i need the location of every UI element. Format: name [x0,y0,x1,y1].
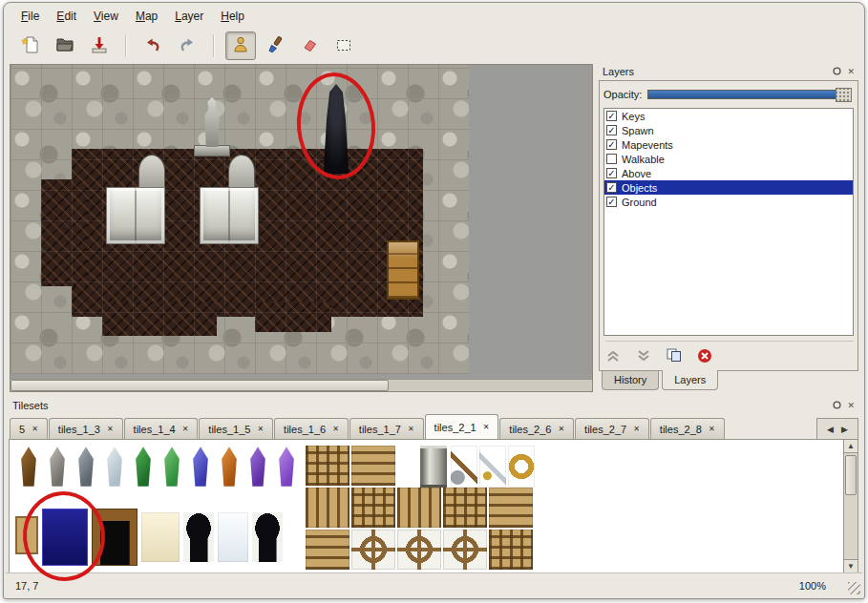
layer-visibility-checkbox[interactable]: ✓ [606,139,617,150]
tile-crystal-brown[interactable] [15,446,42,488]
tile-rope[interactable] [508,446,535,488]
close-tab-icon[interactable]: ✕ [709,425,715,433]
tile-track-cross[interactable] [443,488,487,528]
tileset-tab-tiles_1_7[interactable]: tiles_1_7✕ [349,418,424,439]
scroll-up-button[interactable]: ▲ [844,440,857,453]
tileset-canvas[interactable] [10,440,843,572]
new-map-button[interactable] [15,31,46,60]
detach-panel-icon[interactable] [833,401,841,411]
tab-history[interactable]: History [602,371,659,390]
move-layer-up-button[interactable] [605,349,621,363]
select-tool-button[interactable] [328,31,359,60]
close-tab-icon[interactable]: ✕ [633,425,640,433]
tile-shovel[interactable] [451,446,477,488]
tile-crystal-green[interactable] [130,446,157,488]
menu-map[interactable]: Map [128,7,165,26]
tile-crystal-gray[interactable] [44,446,71,488]
map-canvas[interactable] [10,64,593,392]
tile-track-h[interactable] [489,488,533,528]
tile-pillar[interactable] [420,446,447,488]
tile-wheel[interactable] [397,530,441,570]
close-tab-icon[interactable]: ✕ [32,425,38,433]
close-panel-icon[interactable]: ✕ [847,402,855,410]
tileset-tab-tiles_2_1[interactable]: tiles_2_1✕ [425,414,499,439]
duplicate-layer-button[interactable] [667,348,682,363]
map-viewport[interactable] [11,65,469,374]
scroll-tabs-right-button[interactable]: ▶ [841,425,848,434]
close-tab-icon[interactable]: ✕ [332,425,339,433]
layer-visibility-checkbox[interactable]: ✓ [606,168,617,178]
layer-visibility-checkbox[interactable]: ✓ [606,111,617,121]
tileset-tab-tiles_1_5[interactable]: tiles_1_5✕ [199,418,273,439]
tile-wheel[interactable] [443,530,487,570]
tileset-tab-5[interactable]: 5✕ [10,418,48,439]
layer-row-spawn[interactable]: ✓Spawn [604,123,853,137]
tile-snow[interactable] [218,512,248,562]
save-map-button[interactable] [84,31,115,60]
close-tab-icon[interactable]: ✕ [182,425,189,433]
tile-track-v[interactable] [306,488,349,528]
delete-layer-button[interactable] [697,348,712,364]
tile-track-h[interactable] [306,530,349,570]
menu-edit[interactable]: Edit [49,7,84,26]
close-tab-icon[interactable]: ✕ [107,425,114,433]
menu-file[interactable]: File [13,7,47,26]
move-layer-down-button[interactable] [636,349,651,363]
tile-arch-dark[interactable] [183,512,214,562]
layer-row-walkable[interactable]: Walkable [604,152,853,166]
menu-view[interactable]: View [86,7,126,26]
tileset-tab-tiles_1_6[interactable]: tiles_1_6✕ [274,418,349,439]
scrollbar-thumb[interactable] [845,455,857,495]
eraser-tool-button[interactable] [294,31,325,60]
tile-sword[interactable] [479,446,506,488]
tile-crystal-violet[interactable] [273,446,300,488]
tile-track-v[interactable] [397,488,441,528]
tileset-tab-tiles_2_8[interactable]: tiles_2_8✕ [650,418,725,439]
tile-crystal-orange[interactable] [216,446,243,488]
tileset-vertical-scrollbar[interactable]: ▲ ▼ [843,440,857,572]
scrollbar-thumb[interactable] [11,380,389,391]
tab-layers[interactable]: Layers [662,370,718,390]
undo-button[interactable] [138,31,168,60]
layer-row-keys[interactable]: ✓Keys [604,109,853,123]
menu-help[interactable]: Help [213,7,252,26]
scroll-down-button[interactable]: ▼ [844,559,857,572]
open-map-button[interactable] [50,31,80,60]
tile-track-cross[interactable] [306,446,349,486]
map-horizontal-scrollbar[interactable] [11,379,592,391]
detach-panel-icon[interactable] [833,67,841,77]
brush-tool-button[interactable] [260,31,290,60]
layer-visibility-checkbox[interactable]: ✓ [606,125,617,135]
resize-grip[interactable] [848,582,860,594]
entity-tool-button[interactable] [225,31,256,60]
scroll-tabs-left-button[interactable]: ◀ [827,425,834,434]
layer-visibility-checkbox[interactable]: ✓ [606,182,617,193]
tile-crystal-jade[interactable] [159,446,185,488]
tileset-tab-tiles_2_6[interactable]: tiles_2_6✕ [499,418,574,439]
layer-row-objects[interactable]: ✓Objects [604,180,853,195]
tileset-tab-tiles_1_3[interactable]: tiles_1_3✕ [49,418,123,439]
tile-track-cross[interactable] [351,488,395,528]
close-tab-icon[interactable]: ✕ [483,423,490,431]
redo-button[interactable] [172,31,202,60]
tileset-tab-tiles_2_7[interactable]: tiles_2_7✕ [575,418,649,439]
tile-crystal-ice[interactable] [101,446,128,488]
layer-visibility-checkbox[interactable] [606,154,617,164]
close-tab-icon[interactable]: ✕ [558,425,564,433]
tile-track-h[interactable] [351,446,395,486]
tile-arch-dark[interactable] [252,512,283,562]
opacity-slider-handle[interactable] [836,88,852,102]
tileset-tab-tiles_1_4[interactable]: tiles_1_4✕ [124,418,199,439]
layer-row-above[interactable]: ✓Above [604,166,853,180]
layer-row-ground[interactable]: ✓Ground [604,195,853,209]
tile-wheel[interactable] [351,530,395,570]
opacity-slider[interactable] [647,90,852,99]
tile-crystal-blue[interactable] [187,446,214,488]
tile-crystal-purple[interactable] [244,446,271,488]
tile-track-cross[interactable] [489,530,533,570]
close-panel-icon[interactable]: ✕ [847,68,855,76]
tile-crystal-slate[interactable] [73,446,99,488]
tile-cream[interactable] [141,512,180,562]
layer-row-mapevents[interactable]: ✓Mapevents [604,137,853,152]
close-tab-icon[interactable]: ✕ [257,425,264,433]
